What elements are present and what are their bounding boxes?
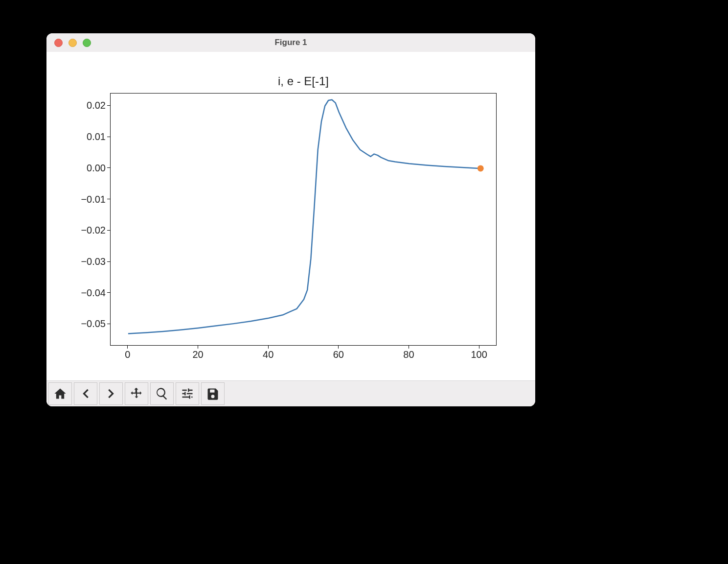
ytick <box>107 167 110 168</box>
home-button[interactable] <box>48 382 72 405</box>
ytick <box>107 324 110 324</box>
xtick-label: 20 <box>183 349 213 360</box>
ytick-label: 0.02 <box>52 100 106 111</box>
zoom-icon <box>155 387 169 400</box>
xtick-label: 0 <box>113 349 142 360</box>
ytick-label: 0.01 <box>52 131 106 142</box>
zoom-icon[interactable] <box>83 39 91 47</box>
xtick-label: 60 <box>324 349 353 360</box>
chart-title: i, e - E[-1] <box>110 74 497 88</box>
ytick <box>107 261 110 262</box>
ytick-label: −0.05 <box>52 318 106 329</box>
arrow-right-icon <box>104 387 118 400</box>
window-title: Figure 1 <box>46 38 535 47</box>
ytick <box>107 105 110 106</box>
svg-rect-0 <box>211 390 213 392</box>
ytick-label: −0.02 <box>52 225 106 236</box>
xtick-label: 40 <box>253 349 283 360</box>
move-icon <box>130 387 143 400</box>
xtick-label: 100 <box>464 349 494 360</box>
save-icon <box>206 387 220 400</box>
save-button[interactable] <box>201 382 225 405</box>
figure-canvas[interactable]: i, e - E[-1] 020406080100−0.05−0.04−0.03… <box>46 52 535 381</box>
ytick <box>107 137 110 137</box>
xtick <box>409 346 409 349</box>
chart-plot-area <box>111 94 497 346</box>
figure-window: Figure 1 i, e - E[-1] 020406080100−0.05−… <box>46 33 535 406</box>
axes-box <box>110 93 497 346</box>
marker-endpoint <box>478 165 484 171</box>
matplotlib-toolbar <box>46 380 535 406</box>
zoom-button[interactable] <box>150 382 174 405</box>
ytick-label: −0.04 <box>52 287 106 298</box>
close-icon[interactable] <box>54 39 63 47</box>
xtick-label: 80 <box>394 349 423 360</box>
titlebar: Figure 1 <box>46 33 535 52</box>
xtick <box>127 346 128 349</box>
sliders-icon <box>181 387 194 400</box>
pan-button[interactable] <box>125 382 148 405</box>
xtick <box>268 346 269 349</box>
ytick <box>107 230 110 231</box>
ytick-label: −0.03 <box>52 256 106 267</box>
xtick <box>338 346 339 349</box>
xtick <box>198 346 198 349</box>
traffic-lights <box>54 39 91 47</box>
forward-button[interactable] <box>99 382 123 405</box>
back-button[interactable] <box>74 382 97 405</box>
ytick <box>107 292 110 293</box>
ytick-label: 0.00 <box>52 162 106 173</box>
configure-subplots-button[interactable] <box>176 382 199 405</box>
ytick <box>107 199 110 199</box>
arrow-left-icon <box>79 387 92 400</box>
minimize-icon[interactable] <box>68 39 77 47</box>
ytick-label: −0.01 <box>52 193 106 205</box>
line-series <box>128 100 479 334</box>
home-icon <box>53 387 67 400</box>
xtick <box>479 346 479 349</box>
